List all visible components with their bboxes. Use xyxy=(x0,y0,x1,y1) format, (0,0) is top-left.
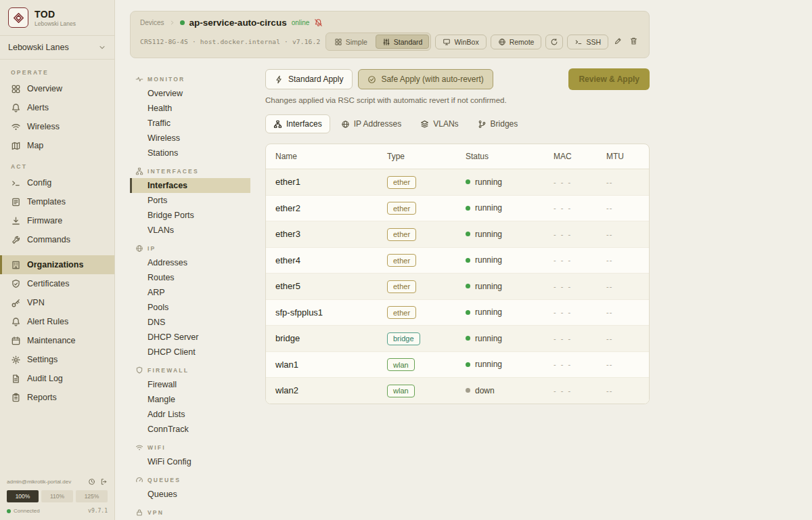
mac-cell: - - - xyxy=(554,204,606,212)
sidebar-item[interactable]: Map xyxy=(0,136,114,155)
remote-button[interactable]: Remote xyxy=(491,35,542,49)
ssh-button[interactable]: SSH xyxy=(567,35,608,49)
table-row[interactable]: ether2 ether running - - - -- xyxy=(266,196,649,222)
history-icon[interactable] xyxy=(88,478,95,485)
sidebar-item[interactable]: Audit Log xyxy=(0,369,114,388)
zoom-chip[interactable]: 110% xyxy=(41,490,73,502)
subnav-item[interactable]: Health xyxy=(130,101,250,116)
simple-view-button[interactable]: Simple xyxy=(328,35,374,49)
section-label-operate: OPERATE xyxy=(0,61,114,79)
logout-icon[interactable] xyxy=(100,478,108,485)
device-actions: Simple Standard WinBox Remote SSH xyxy=(325,32,639,51)
subnav-item[interactable]: Stations xyxy=(130,146,250,160)
column-header: MAC xyxy=(554,152,606,161)
status-dot xyxy=(466,284,470,288)
sidebar-item[interactable]: Commands xyxy=(0,230,114,249)
subnav-item[interactable]: Bridge Ports xyxy=(130,208,250,223)
subnav-item[interactable]: Addresses xyxy=(130,255,250,270)
network-icon xyxy=(135,167,143,175)
zoom-chip[interactable]: 125% xyxy=(76,490,108,502)
sidebar-item[interactable]: VPN xyxy=(0,293,114,312)
sidebar-item[interactable]: Settings xyxy=(0,350,114,369)
standard-apply-button[interactable]: Standard Apply xyxy=(265,69,353,89)
subnav-item[interactable]: ARP xyxy=(130,285,250,300)
sidebar-item[interactable]: Wireless xyxy=(0,117,114,136)
mac-cell: - - - xyxy=(554,230,606,238)
type-badge: ether xyxy=(387,306,416,319)
sidebar-item[interactable]: Alert Rules xyxy=(0,312,114,331)
safe-apply-button[interactable]: Safe Apply (with auto-revert) xyxy=(358,69,493,89)
sidebar-item[interactable]: Alerts xyxy=(0,98,114,117)
table-row[interactable]: wlan1 wlan running - - - -- xyxy=(266,352,649,378)
delete-device-button[interactable] xyxy=(628,35,639,49)
sidebar-item[interactable]: Templates xyxy=(0,192,114,211)
sidebar-item[interactable]: Config xyxy=(0,173,114,192)
calendar-icon xyxy=(11,336,21,346)
globe-icon xyxy=(135,244,143,253)
sidebar-item[interactable]: Certificates xyxy=(0,274,114,293)
panel-tab[interactable]: Bridges xyxy=(470,114,526,133)
column-header: MTU xyxy=(606,152,639,161)
status-dot xyxy=(466,206,470,211)
review-apply-button[interactable]: Review & Apply xyxy=(568,68,650,90)
org-selector[interactable]: Lebowski Lanes xyxy=(0,36,114,60)
status-dot xyxy=(466,258,470,263)
table-row[interactable]: wlan2 wlan down - - - -- xyxy=(266,378,649,404)
subnav-item[interactable]: DHCP Server xyxy=(130,330,250,345)
panel-tab[interactable]: IP Addresses xyxy=(333,114,410,133)
sidebar-item[interactable]: Maintenance xyxy=(0,331,114,350)
sidebar-item[interactable]: Organizations xyxy=(0,255,114,274)
subnav-item[interactable]: Interfaces xyxy=(130,178,250,193)
branch-icon xyxy=(478,120,487,129)
column-header: Type xyxy=(387,152,466,161)
sliders-icon xyxy=(382,38,390,46)
subnav-item[interactable]: Mangle xyxy=(130,392,250,407)
subnav-section-firewall: FIREWALL Firewall Mangle Addr Lists Conn… xyxy=(130,360,250,437)
panel-tab[interactable]: Interfaces xyxy=(265,114,330,133)
table-row[interactable]: ether1 ether running - - - -- xyxy=(266,169,649,196)
table-row[interactable]: bridge bridge running - - - -- xyxy=(266,326,649,352)
apply-note: Changes applied via RSC script with auto… xyxy=(265,96,650,104)
subnav-item[interactable]: VLANs xyxy=(130,223,250,238)
trash-icon xyxy=(629,37,638,45)
sidebar-item[interactable]: Firmware xyxy=(0,211,114,230)
subnav-item[interactable]: Pools xyxy=(130,300,250,315)
subnav-item[interactable]: ConnTrack xyxy=(130,422,250,437)
sidebar-item[interactable]: Overview xyxy=(0,79,114,98)
interface-name: wlan2 xyxy=(275,385,387,395)
bell-off-icon[interactable] xyxy=(314,18,323,27)
breadcrumb-devices-link[interactable]: Devices xyxy=(140,19,164,26)
gauge-icon xyxy=(135,476,143,484)
panel-tab[interactable]: VLANs xyxy=(412,114,466,133)
subnav-item[interactable]: Addr Lists xyxy=(130,407,250,422)
subnav-item[interactable]: WiFi Config xyxy=(130,454,250,469)
subnav-item[interactable]: DHCP Client xyxy=(130,345,250,360)
table-row[interactable]: sfp-sfpplus1 ether running - - - -- xyxy=(266,300,649,326)
device-online-dot xyxy=(180,20,185,25)
zoom-chip[interactable]: 100% xyxy=(7,490,39,502)
table-body: ether1 ether running - - - -- ether2 eth… xyxy=(266,169,649,404)
mac-cell: - - - xyxy=(554,256,606,264)
winbox-button[interactable]: WinBox xyxy=(435,35,486,49)
subnav-item[interactable]: Overview xyxy=(130,86,250,101)
sidebar-item[interactable]: Reports xyxy=(0,388,114,407)
interface-name: wlan1 xyxy=(275,360,387,370)
edit-device-button[interactable] xyxy=(612,35,624,49)
table-row[interactable]: ether5 ether running - - - -- xyxy=(266,274,649,300)
standard-view-button[interactable]: Standard xyxy=(376,35,430,49)
subnav-item[interactable]: Queues xyxy=(130,487,250,502)
brand-name: TOD xyxy=(35,9,76,20)
subnav-item[interactable]: Traffic xyxy=(130,116,250,131)
breadcrumb: Devices ap-service-auto-circus online xyxy=(140,18,639,28)
subnav-item[interactable]: Firewall xyxy=(130,377,250,392)
clipboard-icon xyxy=(11,393,21,403)
interface-name: ether2 xyxy=(275,203,387,213)
subnav-item[interactable]: DNS xyxy=(130,315,250,330)
subnav-item[interactable]: Routes xyxy=(130,270,250,285)
refresh-button[interactable] xyxy=(545,35,563,49)
table-row[interactable]: ether3 ether running - - - -- xyxy=(266,221,649,248)
connected-dot xyxy=(7,509,11,513)
subnav-item[interactable]: Wireless xyxy=(130,131,250,146)
table-row[interactable]: ether4 ether running - - - -- xyxy=(266,248,649,274)
subnav-item[interactable]: Ports xyxy=(130,193,250,208)
